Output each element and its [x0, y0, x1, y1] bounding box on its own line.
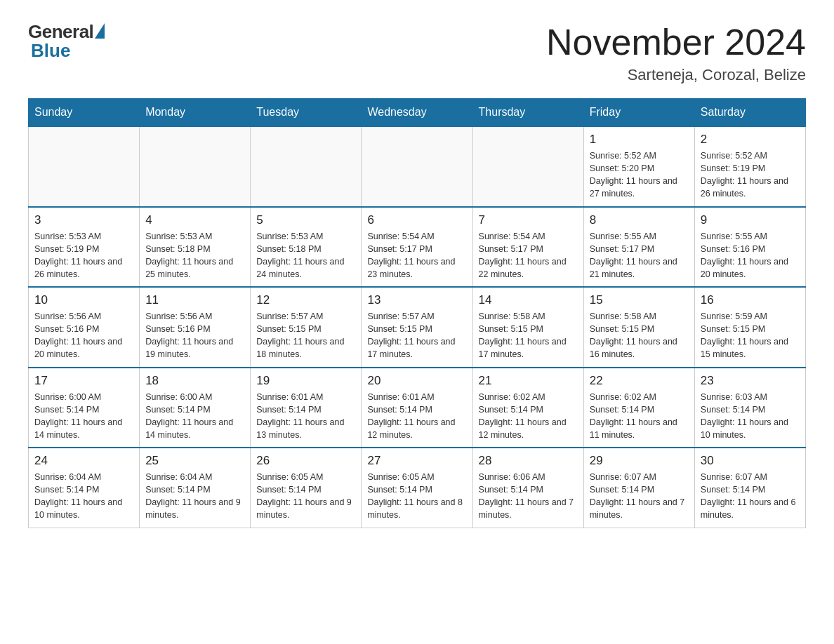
day-info: Sunrise: 5:56 AMSunset: 5:16 PMDaylight:…	[34, 310, 133, 361]
calendar-cell: 21Sunrise: 6:02 AMSunset: 5:14 PMDayligh…	[472, 368, 583, 448]
day-info: Sunrise: 6:00 AMSunset: 5:14 PMDaylight:…	[34, 391, 133, 442]
day-info: Sunrise: 6:05 AMSunset: 5:14 PMDaylight:…	[256, 471, 355, 522]
logo-blue-text: Blue	[31, 40, 70, 62]
day-number: 12	[256, 293, 355, 307]
calendar-cell: 19Sunrise: 6:01 AMSunset: 5:14 PMDayligh…	[251, 368, 362, 448]
location-title: Sarteneja, Corozal, Belize	[546, 66, 806, 84]
day-number: 28	[479, 454, 578, 468]
week-row-5: 24Sunrise: 6:04 AMSunset: 5:14 PMDayligh…	[29, 448, 806, 528]
day-number: 30	[701, 454, 800, 468]
day-number: 21	[479, 374, 578, 388]
calendar-cell: 24Sunrise: 6:04 AMSunset: 5:14 PMDayligh…	[29, 448, 140, 528]
day-info: Sunrise: 6:01 AMSunset: 5:14 PMDaylight:…	[367, 391, 466, 442]
day-info: Sunrise: 6:02 AMSunset: 5:14 PMDaylight:…	[479, 391, 578, 442]
logo-triangle-icon	[95, 23, 105, 39]
day-info: Sunrise: 6:01 AMSunset: 5:14 PMDaylight:…	[256, 391, 355, 442]
calendar-cell	[140, 126, 251, 207]
day-number: 4	[145, 213, 244, 227]
calendar-cell: 3Sunrise: 5:53 AMSunset: 5:19 PMDaylight…	[29, 207, 140, 288]
day-number: 23	[701, 374, 800, 388]
calendar-cell: 26Sunrise: 6:05 AMSunset: 5:14 PMDayligh…	[251, 448, 362, 528]
calendar-cell: 5Sunrise: 5:53 AMSunset: 5:18 PMDaylight…	[251, 207, 362, 288]
calendar-cell: 6Sunrise: 5:54 AMSunset: 5:17 PMDaylight…	[362, 207, 472, 288]
calendar-cell: 15Sunrise: 5:58 AMSunset: 5:15 PMDayligh…	[583, 287, 694, 368]
day-number: 10	[34, 293, 133, 307]
day-number: 25	[145, 454, 244, 468]
day-number: 14	[479, 293, 578, 307]
day-number: 11	[145, 293, 244, 307]
calendar-cell: 17Sunrise: 6:00 AMSunset: 5:14 PMDayligh…	[29, 368, 140, 448]
day-info: Sunrise: 6:03 AMSunset: 5:14 PMDaylight:…	[701, 391, 800, 442]
calendar-cell: 28Sunrise: 6:06 AMSunset: 5:14 PMDayligh…	[472, 448, 583, 528]
calendar-cell: 18Sunrise: 6:00 AMSunset: 5:14 PMDayligh…	[140, 368, 251, 448]
header-sunday: Sunday	[29, 99, 140, 127]
day-number: 17	[34, 374, 133, 388]
calendar-cell: 29Sunrise: 6:07 AMSunset: 5:14 PMDayligh…	[583, 448, 694, 528]
calendar-cell: 8Sunrise: 5:55 AMSunset: 5:17 PMDaylight…	[583, 207, 694, 288]
day-info: Sunrise: 5:55 AMSunset: 5:17 PMDaylight:…	[590, 230, 689, 281]
day-number: 16	[701, 293, 800, 307]
day-info: Sunrise: 6:04 AMSunset: 5:14 PMDaylight:…	[145, 471, 244, 522]
calendar-cell: 2Sunrise: 5:52 AMSunset: 5:19 PMDaylight…	[694, 126, 805, 207]
day-number: 20	[367, 374, 466, 388]
day-number: 19	[256, 374, 355, 388]
calendar-cell: 4Sunrise: 5:53 AMSunset: 5:18 PMDaylight…	[140, 207, 251, 288]
day-info: Sunrise: 5:52 AMSunset: 5:19 PMDaylight:…	[701, 149, 800, 201]
day-number: 6	[367, 213, 466, 227]
day-number: 7	[479, 213, 578, 227]
day-number: 3	[34, 213, 133, 227]
day-number: 5	[256, 213, 355, 227]
calendar-cell: 9Sunrise: 5:55 AMSunset: 5:16 PMDaylight…	[694, 207, 805, 288]
day-info: Sunrise: 5:53 AMSunset: 5:18 PMDaylight:…	[145, 230, 244, 281]
day-info: Sunrise: 5:55 AMSunset: 5:16 PMDaylight:…	[701, 230, 800, 281]
calendar-cell: 12Sunrise: 5:57 AMSunset: 5:15 PMDayligh…	[251, 287, 362, 368]
page-header: General Blue November 2024 Sarteneja, Co…	[28, 21, 806, 84]
day-info: Sunrise: 5:57 AMSunset: 5:15 PMDaylight:…	[256, 310, 355, 361]
day-info: Sunrise: 5:56 AMSunset: 5:16 PMDaylight:…	[145, 310, 244, 361]
calendar-cell	[251, 126, 362, 207]
calendar-cell	[29, 126, 140, 207]
header-monday: Monday	[140, 99, 251, 127]
day-info: Sunrise: 5:54 AMSunset: 5:17 PMDaylight:…	[479, 230, 578, 281]
day-info: Sunrise: 6:07 AMSunset: 5:14 PMDaylight:…	[701, 471, 800, 522]
header-thursday: Thursday	[472, 99, 583, 127]
calendar-cell	[362, 126, 472, 207]
month-title: November 2024	[546, 21, 806, 63]
calendar-cell: 22Sunrise: 6:02 AMSunset: 5:14 PMDayligh…	[583, 368, 694, 448]
day-info: Sunrise: 5:59 AMSunset: 5:15 PMDaylight:…	[701, 310, 800, 361]
day-number: 18	[145, 374, 244, 388]
calendar-cell: 7Sunrise: 5:54 AMSunset: 5:17 PMDaylight…	[472, 207, 583, 288]
day-info: Sunrise: 5:54 AMSunset: 5:17 PMDaylight:…	[367, 230, 466, 281]
logo: General Blue	[28, 21, 105, 62]
week-row-3: 10Sunrise: 5:56 AMSunset: 5:16 PMDayligh…	[29, 287, 806, 368]
day-number: 15	[590, 293, 689, 307]
calendar-cell: 25Sunrise: 6:04 AMSunset: 5:14 PMDayligh…	[140, 448, 251, 528]
header-tuesday: Tuesday	[251, 99, 362, 127]
day-info: Sunrise: 5:58 AMSunset: 5:15 PMDaylight:…	[479, 310, 578, 361]
calendar-cell: 27Sunrise: 6:05 AMSunset: 5:14 PMDayligh…	[362, 448, 472, 528]
calendar-table: SundayMondayTuesdayWednesdayThursdayFrid…	[28, 98, 806, 528]
day-info: Sunrise: 6:00 AMSunset: 5:14 PMDaylight:…	[145, 391, 244, 442]
calendar-cell: 13Sunrise: 5:57 AMSunset: 5:15 PMDayligh…	[362, 287, 472, 368]
calendar-cell: 14Sunrise: 5:58 AMSunset: 5:15 PMDayligh…	[472, 287, 583, 368]
day-number: 22	[590, 374, 689, 388]
week-row-2: 3Sunrise: 5:53 AMSunset: 5:19 PMDaylight…	[29, 207, 806, 288]
day-info: Sunrise: 5:52 AMSunset: 5:20 PMDaylight:…	[590, 149, 689, 201]
calendar-cell: 30Sunrise: 6:07 AMSunset: 5:14 PMDayligh…	[694, 448, 805, 528]
day-number: 1	[590, 133, 689, 147]
day-info: Sunrise: 6:02 AMSunset: 5:14 PMDaylight:…	[590, 391, 689, 442]
day-number: 2	[701, 133, 800, 147]
day-info: Sunrise: 5:57 AMSunset: 5:15 PMDaylight:…	[367, 310, 466, 361]
day-number: 8	[590, 213, 689, 227]
day-info: Sunrise: 6:06 AMSunset: 5:14 PMDaylight:…	[479, 471, 578, 522]
calendar-cell: 23Sunrise: 6:03 AMSunset: 5:14 PMDayligh…	[694, 368, 805, 448]
calendar-cell: 10Sunrise: 5:56 AMSunset: 5:16 PMDayligh…	[29, 287, 140, 368]
title-area: November 2024 Sarteneja, Corozal, Belize	[546, 21, 806, 84]
day-number: 9	[701, 213, 800, 227]
calendar-cell: 16Sunrise: 5:59 AMSunset: 5:15 PMDayligh…	[694, 287, 805, 368]
header-friday: Friday	[583, 99, 694, 127]
calendar-cell: 20Sunrise: 6:01 AMSunset: 5:14 PMDayligh…	[362, 368, 472, 448]
day-number: 24	[34, 454, 133, 468]
week-row-1: 1Sunrise: 5:52 AMSunset: 5:20 PMDaylight…	[29, 126, 806, 207]
header-row: SundayMondayTuesdayWednesdayThursdayFrid…	[29, 99, 806, 127]
